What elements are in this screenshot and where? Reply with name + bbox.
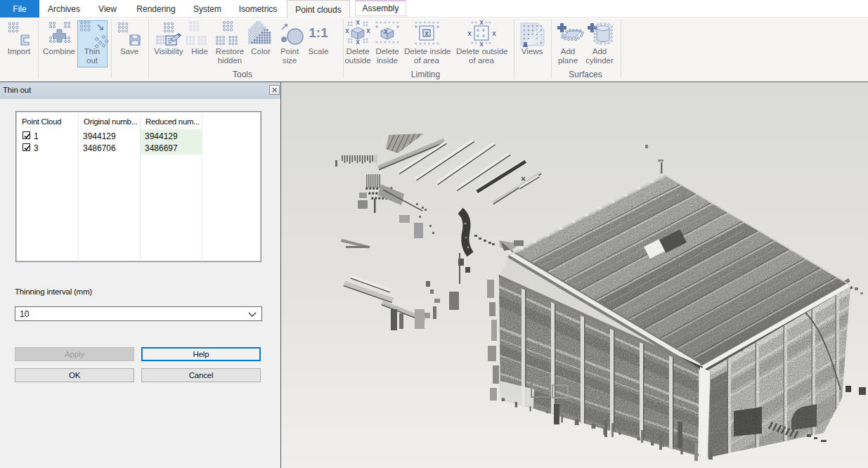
svg-text:x: x: [356, 38, 360, 46]
svg-text:x: x: [356, 18, 360, 26]
svg-text:x: x: [366, 27, 370, 34]
svg-text:x: x: [345, 27, 349, 34]
svg-text:x: x: [384, 27, 389, 35]
svg-text:x: x: [425, 30, 429, 37]
svg-text:x: x: [492, 30, 496, 37]
svg-text:x: x: [479, 18, 484, 26]
svg-text:x: x: [467, 30, 472, 37]
svg-text:1:1: 1:1: [309, 25, 328, 40]
